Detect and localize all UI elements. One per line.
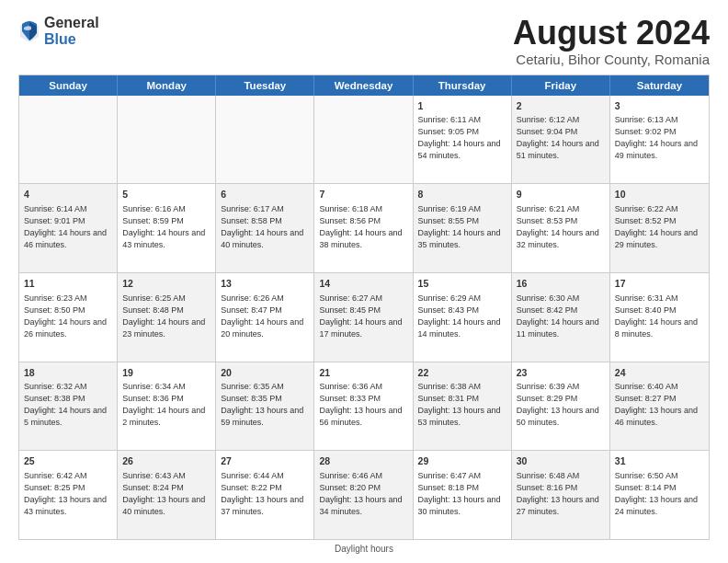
cal-cell-30: 30Sunrise: 6:48 AM Sunset: 8:16 PM Dayli… — [512, 451, 610, 539]
cell-info: Sunrise: 6:25 AM Sunset: 8:48 PM Dayligh… — [122, 293, 210, 340]
cal-cell-15: 15Sunrise: 6:29 AM Sunset: 8:43 PM Dayli… — [414, 273, 512, 362]
day-number: 5 — [122, 188, 210, 201]
cal-row-3: 18Sunrise: 6:32 AM Sunset: 8:38 PM Dayli… — [19, 362, 709, 452]
cal-cell-22: 22Sunrise: 6:38 AM Sunset: 8:31 PM Dayli… — [414, 362, 512, 451]
cal-cell-empty-0-0 — [19, 96, 118, 184]
cell-info: Sunrise: 6:23 AM Sunset: 8:50 PM Dayligh… — [24, 293, 112, 340]
cal-cell-21: 21Sunrise: 6:36 AM Sunset: 8:33 PM Dayli… — [314, 362, 413, 451]
cal-cell-empty-0-3 — [314, 96, 413, 184]
cal-cell-2: 2Sunrise: 6:12 AM Sunset: 9:04 PM Daylig… — [512, 96, 610, 184]
cal-cell-20: 20Sunrise: 6:35 AM Sunset: 8:35 PM Dayli… — [216, 362, 314, 451]
cal-row-0: 1Sunrise: 6:11 AM Sunset: 9:05 PM Daylig… — [19, 96, 709, 185]
footer-note: Daylight hours — [18, 544, 710, 554]
header: General Blue August 2024 Cetariu, Bihor … — [18, 15, 710, 67]
cal-cell-25: 25Sunrise: 6:42 AM Sunset: 8:25 PM Dayli… — [19, 451, 118, 539]
title-location: Cetariu, Bihor County, Romania — [513, 52, 710, 67]
day-number: 14 — [319, 277, 407, 291]
calendar: SundayMondayTuesdayWednesdayThursdayFrid… — [18, 75, 710, 540]
day-number: 31 — [615, 454, 704, 468]
cal-cell-29: 29Sunrise: 6:47 AM Sunset: 8:18 PM Dayli… — [414, 451, 512, 539]
cal-cell-6: 6Sunrise: 6:17 AM Sunset: 8:58 PM Daylig… — [216, 184, 314, 272]
header-day-sunday: Sunday — [19, 75, 118, 96]
day-number: 29 — [418, 454, 506, 468]
day-number: 20 — [221, 366, 309, 380]
cell-info: Sunrise: 6:16 AM Sunset: 8:59 PM Dayligh… — [122, 203, 210, 251]
cal-cell-8: 8Sunrise: 6:19 AM Sunset: 8:55 PM Daylig… — [414, 184, 512, 272]
cal-cell-14: 14Sunrise: 6:27 AM Sunset: 8:45 PM Dayli… — [314, 273, 413, 362]
cell-info: Sunrise: 6:43 AM Sunset: 8:24 PM Dayligh… — [122, 470, 210, 518]
day-number: 26 — [122, 454, 210, 468]
cal-cell-17: 17Sunrise: 6:31 AM Sunset: 8:40 PM Dayli… — [610, 273, 709, 362]
cell-info: Sunrise: 6:36 AM Sunset: 8:33 PM Dayligh… — [319, 381, 407, 429]
cell-info: Sunrise: 6:44 AM Sunset: 8:22 PM Dayligh… — [221, 470, 309, 518]
title-month: August 2024 — [513, 15, 710, 52]
cell-info: Sunrise: 6:21 AM Sunset: 8:53 PM Dayligh… — [517, 203, 605, 251]
day-number: 11 — [24, 277, 112, 291]
cell-info: Sunrise: 6:19 AM Sunset: 8:55 PM Dayligh… — [418, 203, 506, 251]
cal-cell-16: 16Sunrise: 6:30 AM Sunset: 8:42 PM Dayli… — [512, 273, 610, 362]
cal-row-1: 4Sunrise: 6:14 AM Sunset: 9:01 PM Daylig… — [19, 184, 709, 273]
cal-cell-19: 19Sunrise: 6:34 AM Sunset: 8:36 PM Dayli… — [118, 362, 216, 451]
header-day-wednesday: Wednesday — [314, 75, 413, 96]
cal-cell-10: 10Sunrise: 6:22 AM Sunset: 8:52 PM Dayli… — [610, 184, 709, 272]
calendar-body: 1Sunrise: 6:11 AM Sunset: 9:05 PM Daylig… — [19, 96, 709, 539]
header-day-thursday: Thursday — [414, 75, 512, 96]
cell-info: Sunrise: 6:35 AM Sunset: 8:35 PM Dayligh… — [221, 381, 309, 429]
day-number: 10 — [615, 188, 704, 201]
header-day-saturday: Saturday — [610, 75, 709, 96]
cell-info: Sunrise: 6:46 AM Sunset: 8:20 PM Dayligh… — [319, 470, 407, 518]
cal-cell-7: 7Sunrise: 6:18 AM Sunset: 8:56 PM Daylig… — [314, 184, 413, 272]
day-number: 18 — [24, 366, 112, 380]
cell-info: Sunrise: 6:39 AM Sunset: 8:29 PM Dayligh… — [517, 381, 605, 429]
day-number: 24 — [615, 366, 704, 380]
cell-info: Sunrise: 6:13 AM Sunset: 9:02 PM Dayligh… — [615, 114, 704, 162]
cal-cell-11: 11Sunrise: 6:23 AM Sunset: 8:50 PM Dayli… — [19, 273, 118, 362]
day-number: 27 — [221, 454, 309, 468]
day-number: 23 — [517, 366, 605, 380]
day-number: 1 — [418, 99, 506, 113]
cal-cell-18: 18Sunrise: 6:32 AM Sunset: 8:38 PM Dayli… — [19, 362, 118, 451]
cal-cell-23: 23Sunrise: 6:39 AM Sunset: 8:29 PM Dayli… — [512, 362, 610, 451]
cell-info: Sunrise: 6:32 AM Sunset: 8:38 PM Dayligh… — [24, 381, 112, 429]
cell-info: Sunrise: 6:18 AM Sunset: 8:56 PM Dayligh… — [319, 203, 407, 251]
cell-info: Sunrise: 6:40 AM Sunset: 8:27 PM Dayligh… — [615, 381, 704, 429]
day-number: 17 — [615, 277, 704, 291]
day-number: 13 — [221, 277, 309, 291]
cal-cell-31: 31Sunrise: 6:50 AM Sunset: 8:14 PM Dayli… — [610, 451, 709, 539]
cal-cell-empty-0-1 — [118, 96, 216, 184]
cal-cell-12: 12Sunrise: 6:25 AM Sunset: 8:48 PM Dayli… — [118, 273, 216, 362]
cell-info: Sunrise: 6:31 AM Sunset: 8:40 PM Dayligh… — [615, 293, 704, 340]
day-number: 22 — [418, 366, 506, 380]
page: General Blue August 2024 Cetariu, Bihor … — [0, 0, 728, 563]
logo-text: General Blue — [44, 15, 99, 47]
cell-info: Sunrise: 6:50 AM Sunset: 8:14 PM Dayligh… — [615, 470, 704, 518]
cell-info: Sunrise: 6:30 AM Sunset: 8:42 PM Dayligh… — [517, 293, 605, 340]
calendar-header: SundayMondayTuesdayWednesdayThursdayFrid… — [19, 75, 709, 96]
cal-row-2: 11Sunrise: 6:23 AM Sunset: 8:50 PM Dayli… — [19, 273, 709, 362]
logo-blue: Blue — [44, 31, 99, 48]
logo-icon — [18, 18, 40, 44]
day-number: 25 — [24, 454, 112, 468]
cell-info: Sunrise: 6:42 AM Sunset: 8:25 PM Dayligh… — [24, 470, 112, 518]
cell-info: Sunrise: 6:38 AM Sunset: 8:31 PM Dayligh… — [418, 381, 506, 429]
header-day-tuesday: Tuesday — [216, 75, 314, 96]
cell-info: Sunrise: 6:29 AM Sunset: 8:43 PM Dayligh… — [418, 293, 506, 340]
day-number: 7 — [319, 188, 407, 201]
cell-info: Sunrise: 6:26 AM Sunset: 8:47 PM Dayligh… — [221, 293, 309, 340]
day-number: 30 — [517, 454, 605, 468]
header-day-monday: Monday — [118, 75, 216, 96]
day-number: 9 — [517, 188, 605, 201]
day-number: 28 — [319, 454, 407, 468]
cell-info: Sunrise: 6:48 AM Sunset: 8:16 PM Dayligh… — [517, 470, 605, 518]
cell-info: Sunrise: 6:22 AM Sunset: 8:52 PM Dayligh… — [615, 203, 704, 251]
day-number: 15 — [418, 277, 506, 291]
cal-cell-9: 9Sunrise: 6:21 AM Sunset: 8:53 PM Daylig… — [512, 184, 610, 272]
cal-cell-1: 1Sunrise: 6:11 AM Sunset: 9:05 PM Daylig… — [414, 96, 512, 184]
header-day-friday: Friday — [512, 75, 610, 96]
cal-cell-26: 26Sunrise: 6:43 AM Sunset: 8:24 PM Dayli… — [118, 451, 216, 539]
title-block: August 2024 Cetariu, Bihor County, Roman… — [513, 15, 710, 67]
day-number: 19 — [122, 366, 210, 380]
cal-cell-24: 24Sunrise: 6:40 AM Sunset: 8:27 PM Dayli… — [610, 362, 709, 451]
cal-cell-4: 4Sunrise: 6:14 AM Sunset: 9:01 PM Daylig… — [19, 184, 118, 272]
day-number: 12 — [122, 277, 210, 291]
